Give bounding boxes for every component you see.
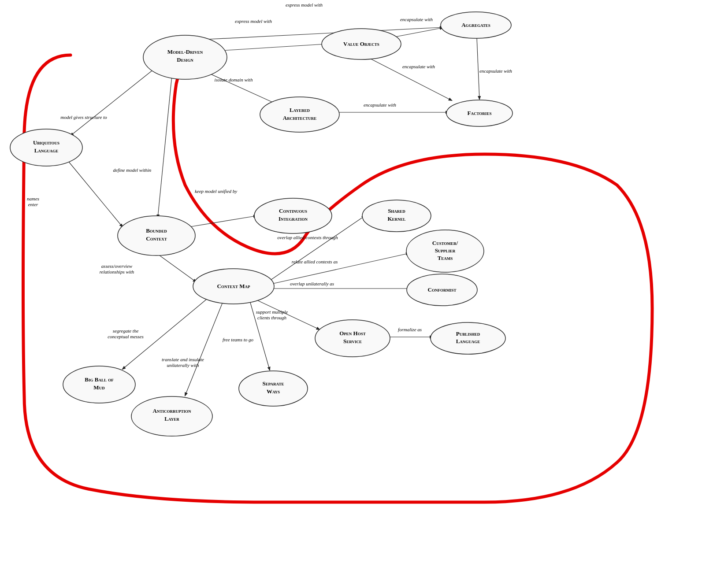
- svg-text:Layer: Layer: [164, 415, 179, 422]
- svg-text:Bounded: Bounded: [146, 227, 167, 234]
- svg-text:formalize as: formalize as: [398, 327, 422, 332]
- svg-text:Kernel: Kernel: [387, 215, 405, 222]
- svg-text:Conformist: Conformist: [428, 286, 457, 293]
- svg-text:Aggregates: Aggregates: [461, 22, 490, 28]
- svg-line-10: [189, 216, 256, 227]
- svg-text:support multiple: support multiple: [256, 309, 288, 315]
- svg-text:Published: Published: [456, 330, 480, 337]
- svg-text:relationships with: relationships with: [100, 269, 134, 274]
- svg-line-11: [158, 254, 196, 282]
- svg-text:encapsulate with: encapsulate with: [364, 102, 397, 107]
- svg-text:Continuous: Continuous: [279, 207, 307, 214]
- svg-text:Value Objects: Value Objects: [343, 41, 379, 47]
- svg-text:overlap allied contexts throug: overlap allied contexts through: [277, 235, 338, 240]
- svg-text:express model with: express model with: [235, 19, 272, 24]
- svg-text:Integration: Integration: [279, 215, 308, 222]
- svg-text:Big Ball of: Big Ball of: [85, 376, 114, 383]
- svg-text:Language: Language: [34, 147, 59, 154]
- svg-text:Context Map: Context Map: [217, 283, 250, 289]
- svg-text:overlap unilaterally as: overlap unilaterally as: [290, 281, 334, 286]
- svg-text:free teams to go: free teams to go: [223, 337, 254, 342]
- svg-text:Layered: Layered: [290, 107, 310, 113]
- svg-text:Mud: Mud: [93, 384, 105, 391]
- svg-text:Service: Service: [343, 338, 362, 344]
- svg-text:Ubiquitous: Ubiquitous: [33, 139, 59, 146]
- svg-text:Supplier: Supplier: [435, 247, 456, 254]
- svg-text:Design: Design: [177, 56, 193, 63]
- svg-text:Shared: Shared: [388, 207, 405, 214]
- svg-line-1: [201, 27, 443, 40]
- svg-text:Anticorruption: Anticorruption: [153, 407, 191, 414]
- svg-line-5: [203, 70, 275, 104]
- svg-text:translate and insulate: translate and insulate: [162, 357, 204, 362]
- svg-text:encapsulate with: encapsulate with: [402, 64, 435, 69]
- svg-text:conceptual messes: conceptual messes: [108, 334, 144, 339]
- svg-text:segregate the: segregate the: [113, 328, 139, 333]
- svg-text:keep model unified by: keep model unified by: [195, 189, 237, 194]
- svg-line-13: [271, 253, 409, 284]
- diagram: Model-Driven Design Value Objects Aggreg…: [0, 0, 728, 570]
- svg-text:names: names: [27, 196, 39, 201]
- svg-text:Customer/: Customer/: [432, 240, 458, 246]
- svg-text:relate allied contexts as: relate allied contexts as: [292, 259, 338, 264]
- svg-text:model gives structure to: model gives structure to: [60, 115, 107, 120]
- svg-text:Model-Driven: Model-Driven: [167, 48, 203, 55]
- svg-text:encapsulate with: encapsulate with: [400, 17, 433, 22]
- svg-text:unilaterally with: unilaterally with: [167, 363, 199, 368]
- svg-text:Separate: Separate: [263, 380, 284, 387]
- svg-line-0: [220, 44, 325, 51]
- svg-line-8: [158, 76, 172, 218]
- svg-text:Open Host: Open Host: [339, 330, 365, 337]
- svg-text:express model with: express model with: [286, 2, 323, 7]
- svg-line-7: [71, 70, 153, 136]
- svg-text:enter: enter: [28, 202, 38, 207]
- svg-text:Architecture: Architecture: [283, 115, 316, 121]
- svg-text:assess/overview: assess/overview: [101, 263, 133, 269]
- svg-line-15: [256, 300, 319, 329]
- svg-text:encapsulate with: encapsulate with: [479, 68, 513, 74]
- svg-text:Context: Context: [146, 235, 167, 242]
- svg-text:clients through: clients through: [257, 315, 286, 320]
- svg-text:define model within: define model within: [113, 167, 152, 173]
- svg-line-18: [185, 303, 223, 396]
- svg-text:Factories: Factories: [468, 110, 492, 116]
- svg-text:Teams: Teams: [438, 255, 453, 261]
- svg-text:Language: Language: [456, 338, 480, 344]
- svg-text:isolate domain with: isolate domain with: [215, 77, 253, 82]
- svg-text:Ways: Ways: [267, 388, 280, 395]
